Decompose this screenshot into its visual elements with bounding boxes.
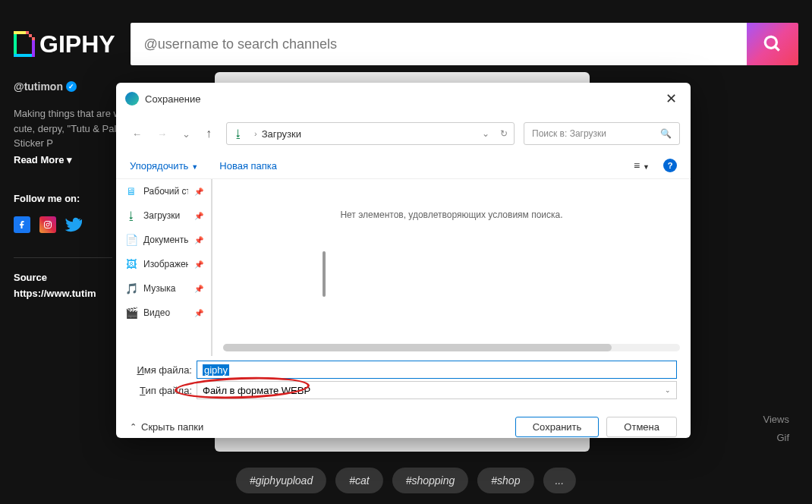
filename-input[interactable]: giphy: [197, 361, 677, 379]
empty-message: Нет элементов, удовлетворяющих условиям …: [340, 209, 562, 220]
path-bar[interactable]: ⭳ › Загрузки ⌄ ↻: [226, 122, 515, 145]
content-scrollbar[interactable]: [223, 344, 680, 351]
search-bar: [131, 23, 798, 65]
tag-item[interactable]: #shop: [477, 468, 533, 493]
tag-item[interactable]: #cat: [335, 468, 382, 493]
tree-item-desktop[interactable]: 🖥Рабочий сто📌: [116, 179, 211, 203]
dialog-body: 🖥Рабочий сто📌 ⭳Загрузки📌 📄Документы📌 🖼Из…: [116, 178, 691, 356]
giphy-logo[interactable]: GIPHY: [14, 30, 115, 58]
nav-forward-icon[interactable]: →: [152, 125, 172, 143]
tree-item-images[interactable]: 🖼Изображени📌: [116, 252, 211, 276]
tree-item-documents[interactable]: 📄Документы📌: [116, 228, 211, 252]
filetype-label: Тип файла:: [130, 385, 197, 396]
tag-list: #giphyupload #cat #shopping #shop ...: [236, 468, 576, 493]
tag-item[interactable]: #shopping: [392, 468, 469, 493]
desktop-icon: 🖥: [125, 185, 137, 197]
tree-item-music[interactable]: 🎵Музыка📌: [116, 276, 211, 301]
svg-line-8: [775, 46, 779, 50]
dialog-fields: Имя файла: giphy Тип файла: Файл в форма…: [116, 356, 691, 403]
video-icon: 🎬: [125, 307, 137, 319]
nav-back-icon[interactable]: ←: [127, 125, 147, 143]
search-input[interactable]: [131, 23, 747, 65]
tree-item-video[interactable]: 🎬Видео📌: [116, 301, 211, 325]
document-icon: 📄: [125, 234, 137, 246]
views-label: Views: [763, 414, 789, 425]
help-icon[interactable]: ?: [663, 159, 677, 172]
tag-item[interactable]: #giphyupload: [236, 468, 326, 493]
facebook-icon[interactable]: [14, 216, 30, 233]
edge-browser-icon: [125, 92, 139, 106]
chevron-down-icon: ⌄: [665, 386, 671, 394]
filename-label: Имя файла:: [130, 364, 197, 376]
pin-icon: 📌: [194, 260, 203, 269]
organize-menu[interactable]: Упорядочить▼: [130, 160, 198, 172]
chevron-up-icon: ⌃: [130, 422, 137, 432]
tree-item-downloads[interactable]: ⭳Загрузки📌: [116, 203, 211, 228]
pin-icon: 📌: [194, 212, 203, 220]
hide-folders-toggle[interactable]: ⌃ Скрыть папки: [130, 421, 203, 433]
music-icon: 🎵: [125, 282, 137, 295]
folder-search-placeholder: Поиск в: Загрузки: [532, 128, 660, 139]
svg-rect-0: [14, 34, 17, 54]
verified-badge-icon: ✓: [66, 81, 77, 92]
svg-rect-3: [14, 31, 26, 34]
tag-more[interactable]: ...: [543, 468, 576, 493]
svg-rect-1: [14, 54, 32, 57]
path-separator-icon: ›: [254, 129, 257, 138]
folder-content: Нет элементов, удовлетворяющих условиям …: [212, 179, 691, 356]
instagram-icon[interactable]: [39, 216, 56, 233]
divider: [14, 257, 112, 258]
svg-rect-4: [26, 31, 29, 34]
search-button[interactable]: [747, 23, 798, 65]
site-header: GIPHY: [0, 0, 812, 80]
pin-icon: 📌: [194, 309, 203, 317]
path-dropdown-icon[interactable]: ⌄: [482, 128, 489, 139]
svg-rect-6: [32, 37, 35, 40]
giphy-logo-text: GIPHY: [39, 30, 115, 58]
view-toggle-icon[interactable]: ≡ ▼: [634, 159, 650, 172]
nav-up-icon[interactable]: ↑: [200, 124, 217, 143]
svg-point-11: [49, 222, 50, 223]
folder-search[interactable]: Поиск в: Загрузки 🔍: [524, 122, 680, 145]
nav-dropdown-icon[interactable]: ⌄: [177, 125, 196, 143]
filetype-select[interactable]: Файл в формате WEBP ⌄: [197, 381, 677, 399]
giphy-logo-icon: [14, 31, 35, 57]
search-icon: [763, 34, 782, 54]
dialog-title: Сохранение: [145, 93, 201, 105]
download-icon: ⭳: [125, 209, 137, 222]
svg-rect-2: [32, 40, 35, 57]
filetype-value: Файл в формате WEBP: [203, 385, 310, 396]
pin-icon: 📌: [194, 285, 203, 293]
download-folder-icon: ⭳: [233, 128, 244, 140]
pin-icon: 📌: [194, 187, 203, 196]
dialog-titlebar: Сохранение ✕: [116, 83, 691, 115]
new-folder-button[interactable]: Новая папка: [219, 160, 277, 172]
gif-label: Gif: [776, 432, 789, 443]
search-icon: 🔍: [660, 128, 672, 139]
dialog-footer: ⌃ Скрыть папки Сохранить Отмена: [116, 403, 691, 448]
dialog-nav: ← → ⌄ ↑ ⭳ › Загрузки ⌄ ↻ Поиск в: Загруз…: [116, 115, 691, 153]
svg-rect-5: [29, 34, 32, 37]
svg-point-10: [46, 223, 49, 226]
svg-point-7: [765, 36, 776, 48]
path-refresh-icon[interactable]: ↻: [500, 128, 508, 139]
folder-tree: 🖥Рабочий сто📌 ⭳Загрузки📌 📄Документы📌 🖼Из…: [116, 179, 212, 356]
username-text: @tutimon: [14, 80, 63, 93]
close-button[interactable]: ✕: [659, 89, 683, 109]
save-button[interactable]: Сохранить: [515, 417, 600, 437]
pin-icon: 📌: [194, 236, 203, 244]
twitter-icon[interactable]: [65, 216, 83, 235]
save-dialog: Сохранение ✕ ← → ⌄ ↑ ⭳ › Загрузки ⌄ ↻ По…: [116, 83, 691, 438]
dialog-toolbar: Упорядочить▼ Новая папка ≡ ▼ ?: [116, 153, 691, 178]
cancel-button[interactable]: Отмена: [606, 417, 677, 437]
image-icon: 🖼: [125, 258, 137, 270]
path-text: Загрузки: [262, 128, 301, 140]
